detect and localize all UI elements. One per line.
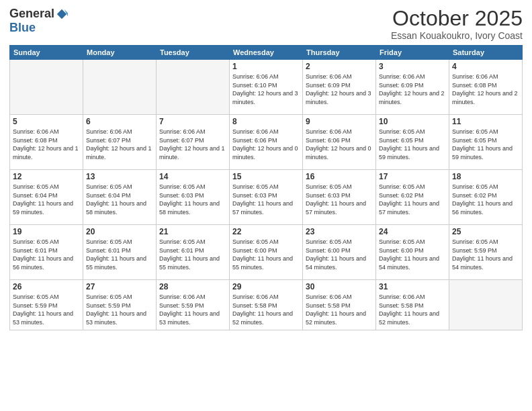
logo: General Blue [9,7,68,35]
weekday-header-monday: Monday [83,46,157,60]
month-title: October 2025 [391,7,523,30]
day-number: 16 [306,172,373,181]
day-info: Sunrise: 6:05 AM Sunset: 6:01 PM Dayligh… [86,238,153,271]
day-number: 6 [86,117,153,126]
week-row-2: 5Sunrise: 6:06 AM Sunset: 6:08 PM Daylig… [10,115,523,170]
day-info: Sunrise: 6:05 AM Sunset: 6:05 PM Dayligh… [452,128,519,161]
day-info: Sunrise: 6:06 AM Sunset: 5:59 PM Dayligh… [159,293,226,326]
calendar-cell: 24Sunrise: 6:05 AM Sunset: 6:00 PM Dayli… [376,225,449,280]
day-number: 28 [159,282,226,291]
calendar-cell [83,60,157,115]
day-info: Sunrise: 6:05 AM Sunset: 6:03 PM Dayligh… [159,183,226,216]
day-info: Sunrise: 6:06 AM Sunset: 6:06 PM Dayligh… [306,128,373,161]
day-number: 31 [379,282,446,291]
calendar-cell: 19Sunrise: 6:05 AM Sunset: 6:01 PM Dayli… [10,225,83,280]
day-info: Sunrise: 6:06 AM Sunset: 5:58 PM Dayligh… [379,293,446,326]
calendar-cell: 11Sunrise: 6:05 AM Sunset: 6:05 PM Dayli… [449,115,523,170]
day-number: 14 [159,172,226,181]
calendar-cell: 15Sunrise: 6:05 AM Sunset: 6:03 PM Dayli… [230,170,303,225]
header: General Blue October 2025 Essan Kouakouk… [9,7,523,41]
day-number: 18 [452,172,519,181]
calendar-cell: 20Sunrise: 6:05 AM Sunset: 6:01 PM Dayli… [83,225,157,280]
day-number: 7 [159,117,226,126]
day-number: 26 [13,282,80,291]
calendar-cell: 5Sunrise: 6:06 AM Sunset: 6:08 PM Daylig… [10,115,83,170]
calendar-cell [449,280,523,330]
calendar-cell: 14Sunrise: 6:05 AM Sunset: 6:03 PM Dayli… [157,170,230,225]
calendar-cell: 18Sunrise: 6:05 AM Sunset: 6:02 PM Dayli… [449,170,523,225]
calendar-cell: 8Sunrise: 6:06 AM Sunset: 6:06 PM Daylig… [230,115,303,170]
day-info: Sunrise: 6:05 AM Sunset: 6:01 PM Dayligh… [159,238,226,271]
weekday-header-wednesday: Wednesday [230,46,303,60]
day-info: Sunrise: 6:05 AM Sunset: 6:03 PM Dayligh… [232,183,300,216]
day-number: 21 [159,227,226,236]
day-number: 25 [452,227,519,236]
day-info: Sunrise: 6:06 AM Sunset: 6:10 PM Dayligh… [232,73,300,106]
day-number: 13 [86,172,153,181]
day-info: Sunrise: 6:06 AM Sunset: 6:09 PM Dayligh… [306,73,373,106]
calendar-cell [10,60,83,115]
day-number: 17 [379,172,446,181]
day-info: Sunrise: 6:06 AM Sunset: 5:58 PM Dayligh… [232,293,300,326]
calendar-cell: 23Sunrise: 6:05 AM Sunset: 6:00 PM Dayli… [303,225,376,280]
weekday-header-tuesday: Tuesday [157,46,230,60]
calendar-cell: 2Sunrise: 6:06 AM Sunset: 6:09 PM Daylig… [303,60,376,115]
calendar-cell: 26Sunrise: 6:05 AM Sunset: 5:59 PM Dayli… [10,280,83,330]
day-info: Sunrise: 6:05 AM Sunset: 5:59 PM Dayligh… [452,238,519,271]
calendar-cell: 29Sunrise: 6:06 AM Sunset: 5:58 PM Dayli… [230,280,303,330]
page: General Blue October 2025 Essan Kouakouk… [0,0,532,411]
calendar-cell: 4Sunrise: 6:06 AM Sunset: 6:08 PM Daylig… [449,60,523,115]
calendar-cell: 13Sunrise: 6:05 AM Sunset: 6:04 PM Dayli… [83,170,157,225]
day-number: 11 [452,117,519,126]
day-number: 1 [232,62,300,71]
calendar-cell: 30Sunrise: 6:06 AM Sunset: 5:58 PM Dayli… [303,280,376,330]
calendar-cell: 16Sunrise: 6:05 AM Sunset: 6:03 PM Dayli… [303,170,376,225]
day-info: Sunrise: 6:06 AM Sunset: 6:08 PM Dayligh… [13,128,80,161]
day-info: Sunrise: 6:05 AM Sunset: 6:02 PM Dayligh… [452,183,519,216]
calendar-cell: 28Sunrise: 6:06 AM Sunset: 5:59 PM Dayli… [157,280,230,330]
day-info: Sunrise: 6:05 AM Sunset: 6:02 PM Dayligh… [379,183,446,216]
location: Essan Kouakoukro, Ivory Coast [391,30,523,41]
day-number: 27 [86,282,153,291]
day-number: 12 [13,172,80,181]
calendar-cell [157,60,230,115]
calendar-cell: 6Sunrise: 6:06 AM Sunset: 6:07 PM Daylig… [83,115,157,170]
day-number: 4 [452,62,519,71]
day-info: Sunrise: 6:05 AM Sunset: 6:03 PM Dayligh… [306,183,373,216]
day-info: Sunrise: 6:05 AM Sunset: 6:01 PM Dayligh… [13,238,80,271]
week-row-1: 1Sunrise: 6:06 AM Sunset: 6:10 PM Daylig… [10,60,523,115]
calendar-cell: 7Sunrise: 6:06 AM Sunset: 6:07 PM Daylig… [157,115,230,170]
day-info: Sunrise: 6:05 AM Sunset: 5:59 PM Dayligh… [13,293,80,326]
day-number: 15 [232,172,300,181]
day-info: Sunrise: 6:06 AM Sunset: 6:08 PM Dayligh… [452,73,519,106]
day-number: 30 [306,282,373,291]
logo-general-text: General [9,7,54,21]
day-number: 19 [13,227,80,236]
calendar: SundayMondayTuesdayWednesdayThursdayFrid… [9,45,523,330]
calendar-cell: 1Sunrise: 6:06 AM Sunset: 6:10 PM Daylig… [230,60,303,115]
calendar-cell: 3Sunrise: 6:06 AM Sunset: 6:09 PM Daylig… [376,60,449,115]
week-row-4: 19Sunrise: 6:05 AM Sunset: 6:01 PM Dayli… [10,225,523,280]
weekday-header-row: SundayMondayTuesdayWednesdayThursdayFrid… [10,46,523,60]
logo-icon [56,8,68,20]
day-info: Sunrise: 6:06 AM Sunset: 6:07 PM Dayligh… [159,128,226,161]
day-number: 5 [13,117,80,126]
calendar-cell: 27Sunrise: 6:05 AM Sunset: 5:59 PM Dayli… [83,280,157,330]
weekday-header-sunday: Sunday [10,46,83,60]
week-row-5: 26Sunrise: 6:05 AM Sunset: 5:59 PM Dayli… [10,280,523,330]
calendar-cell: 31Sunrise: 6:06 AM Sunset: 5:58 PM Dayli… [376,280,449,330]
day-info: Sunrise: 6:05 AM Sunset: 6:00 PM Dayligh… [379,238,446,271]
day-number: 2 [306,62,373,71]
day-info: Sunrise: 6:06 AM Sunset: 5:58 PM Dayligh… [306,293,373,326]
calendar-cell: 25Sunrise: 6:05 AM Sunset: 5:59 PM Dayli… [449,225,523,280]
day-number: 29 [232,282,300,291]
calendar-cell: 22Sunrise: 6:05 AM Sunset: 6:00 PM Dayli… [230,225,303,280]
day-number: 20 [86,227,153,236]
day-info: Sunrise: 6:05 AM Sunset: 6:00 PM Dayligh… [232,238,300,271]
day-info: Sunrise: 6:05 AM Sunset: 6:05 PM Dayligh… [379,128,446,161]
calendar-cell: 10Sunrise: 6:05 AM Sunset: 6:05 PM Dayli… [376,115,449,170]
day-number: 22 [232,227,300,236]
day-info: Sunrise: 6:05 AM Sunset: 5:59 PM Dayligh… [86,293,153,326]
title-section: October 2025 Essan Kouakoukro, Ivory Coa… [391,7,523,41]
logo-blue-text: Blue [9,21,36,35]
